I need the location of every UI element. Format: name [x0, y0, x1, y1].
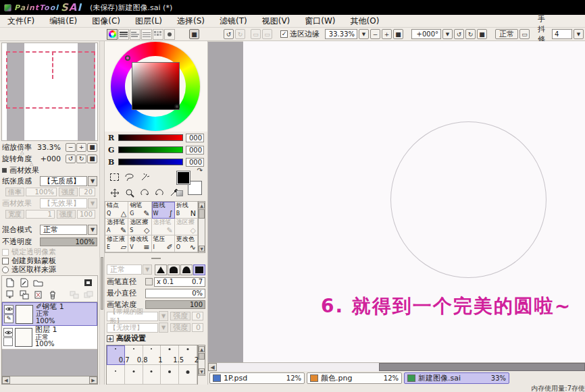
layer-row-pen1[interactable]: ✎ ✐钢笔 1 正常 100%	[2, 302, 97, 326]
left-panel-scroll-thumb[interactable]	[101, 257, 103, 310]
texture-strength-value[interactable]: 0	[192, 323, 203, 332]
nav-rotation-reset-button[interactable]: ■	[87, 155, 97, 163]
g-value[interactable]: 000	[186, 146, 204, 155]
menu-image[interactable]: 图像(C)	[84, 16, 128, 27]
selection-source-radio[interactable]	[2, 267, 9, 273]
size-preset-2[interactable]: 2	[179, 345, 197, 365]
brush-diameter-field[interactable]: x 0.1 0.7	[154, 277, 205, 287]
new-layer-button[interactable]	[3, 277, 16, 288]
scroll-up-icon[interactable]: ▲	[199, 202, 205, 208]
tool-polyline[interactable]: 折线BN	[175, 202, 198, 219]
tool-correction[interactable]: 修正液E▱	[105, 235, 128, 252]
nav-zoom-out-button[interactable]: −	[66, 143, 76, 152]
tool-grid-scroll-thumb[interactable]	[199, 209, 205, 219]
edge-shape-square[interactable]	[193, 264, 205, 275]
zoom-field[interactable]: 33.33%	[325, 29, 357, 39]
canvas[interactable]: 6. 就得到一个完美的圆啦~	[208, 41, 585, 362]
clipping-mask-checkbox[interactable]	[2, 258, 9, 264]
size-preset-row2[interactable]	[107, 365, 125, 385]
lasso-tool[interactable]	[122, 170, 136, 184]
size-preset-row2[interactable]	[125, 365, 143, 385]
blend-mode-dropdown-icon[interactable]: ▼	[88, 225, 97, 235]
material-effects-header[interactable]: 画材效果	[0, 165, 99, 175]
swap-colors-icon[interactable]: ↷	[197, 167, 203, 174]
brush-mode-select[interactable]: 正常	[107, 264, 142, 275]
flip-view-button[interactable]: ▭	[519, 29, 530, 39]
menu-select[interactable]: 选择(S)	[170, 16, 212, 27]
menu-window[interactable]: 窗口(W)	[297, 16, 342, 27]
tool-select-eraser-2[interactable]: 选区擦◇	[175, 219, 198, 235]
rotation-reset-button[interactable]: ■	[477, 29, 487, 39]
opacity-slider[interactable]: 100%	[40, 237, 97, 246]
reset-rotation-tool[interactable]	[152, 186, 166, 200]
tab-1p-psd[interactable]: 1P.psd 12%	[209, 372, 305, 384]
navigator-viewport-rect[interactable]	[6, 51, 95, 109]
size-preset-0.8[interactable]: 0.8	[125, 345, 143, 365]
left-panel-vscrollbar[interactable]	[100, 41, 105, 385]
rotate-ccw-button[interactable]: ↺	[454, 29, 464, 39]
tool-grid-vscrollbar[interactable]: ▲ ▼	[198, 201, 205, 253]
transfer-down-button[interactable]	[3, 289, 16, 300]
scroll-up-icon[interactable]: ▲	[199, 346, 205, 352]
move-tool[interactable]	[107, 186, 122, 200]
invert-selection-button[interactable]: ▭	[262, 29, 272, 39]
menu-edit[interactable]: 编辑(E)	[42, 16, 84, 27]
zoom-out-button[interactable]: −	[370, 29, 380, 39]
new-folder-button[interactable]	[32, 277, 45, 288]
advanced-settings-header[interactable]: + 高级设置	[105, 333, 207, 343]
scroll-left-icon[interactable]: ◀	[208, 363, 217, 371]
rgb-slider-toggle[interactable]	[118, 29, 129, 40]
tool-pressure[interactable]: 笔压I✐	[152, 235, 175, 252]
rotation-slider-handle[interactable]: △	[30, 161, 33, 167]
flatten-button[interactable]	[82, 289, 95, 300]
edge-shape-soft[interactable]	[180, 264, 193, 275]
nav-rotate-cw-button[interactable]: ↻	[76, 155, 86, 163]
r-value[interactable]: 000	[186, 134, 204, 142]
blend-mode-select[interactable]: 正常	[40, 225, 87, 235]
layer-draft-toggle[interactable]	[3, 337, 13, 346]
stabilizer-field[interactable]: 4	[552, 29, 572, 39]
selection-source-row[interactable]: 选区取样来源	[0, 265, 99, 274]
scroll-left-icon[interactable]: ◀	[2, 376, 10, 384]
rotate-view-tool[interactable]	[137, 186, 151, 200]
paper-texture-dropdown-icon[interactable]: ▼	[88, 176, 97, 186]
sv-marker[interactable]	[174, 104, 180, 109]
b-slider[interactable]	[118, 159, 183, 165]
zoom-dropdown-button[interactable]: ▼	[359, 29, 369, 39]
nav-rotate-ccw-button[interactable]: ↺	[66, 155, 76, 163]
size-preset-0.7[interactable]: 0.7	[107, 345, 125, 365]
min-diameter-field[interactable]: 0%	[145, 289, 205, 298]
effect-dropdown-icon[interactable]: ▼	[88, 198, 97, 208]
menu-others[interactable]: 其他(O)	[343, 16, 387, 27]
rotation-field[interactable]: +000°	[411, 29, 441, 39]
tool-anchor[interactable]: 锚点Q△	[105, 202, 128, 219]
zoom-tool[interactable]	[122, 186, 136, 200]
scroll-right-icon[interactable]: ▶	[89, 376, 97, 384]
effect-strength-value[interactable]: 100	[77, 210, 95, 219]
layer-list-scroll-track[interactable]	[10, 376, 89, 384]
saturation-value-square[interactable]	[132, 62, 180, 110]
brush-shape-select[interactable]: 【常规的圆形】	[107, 312, 158, 321]
nav-zoom-reset-button[interactable]: ■	[87, 143, 97, 152]
foreground-color-swatch[interactable]	[176, 171, 190, 185]
layer-visibility-toggle[interactable]	[4, 305, 14, 314]
tool-select-pen-2[interactable]: 选择笔✎	[152, 219, 175, 235]
brush-texture-dropdown-icon[interactable]: ▼	[159, 323, 168, 333]
undo-button[interactable]: ↺	[224, 29, 234, 39]
tool-select-eraser[interactable]: 选区擦S◇	[128, 219, 151, 235]
swatch-panel-icon[interactable]	[176, 190, 183, 196]
g-slider[interactable]	[118, 146, 183, 153]
tool-recolor[interactable]: 更改色O∿	[175, 235, 198, 252]
size-preset-1.5[interactable]: 1.5	[161, 345, 179, 365]
brush-density-slider[interactable]: 100	[145, 300, 205, 309]
brush-texture-select[interactable]: 【无纹理】	[107, 323, 158, 333]
stabilizer-dropdown-button[interactable]: ▼	[574, 29, 584, 39]
scroll-down-icon[interactable]: ▼	[199, 368, 205, 374]
paper-texture-select[interactable]: 【无质感】	[40, 176, 87, 186]
zoom-in-button[interactable]: +	[382, 29, 392, 39]
tool-select-pen[interactable]: 选择笔A✎	[105, 219, 128, 235]
scroll-down-icon[interactable]: ▼	[199, 246, 205, 252]
b-value[interactable]: 000	[186, 158, 204, 167]
layer-row-layer1[interactable]: 图层 1 正常 100%	[2, 326, 97, 349]
effect-width-value[interactable]: 1	[26, 210, 55, 219]
